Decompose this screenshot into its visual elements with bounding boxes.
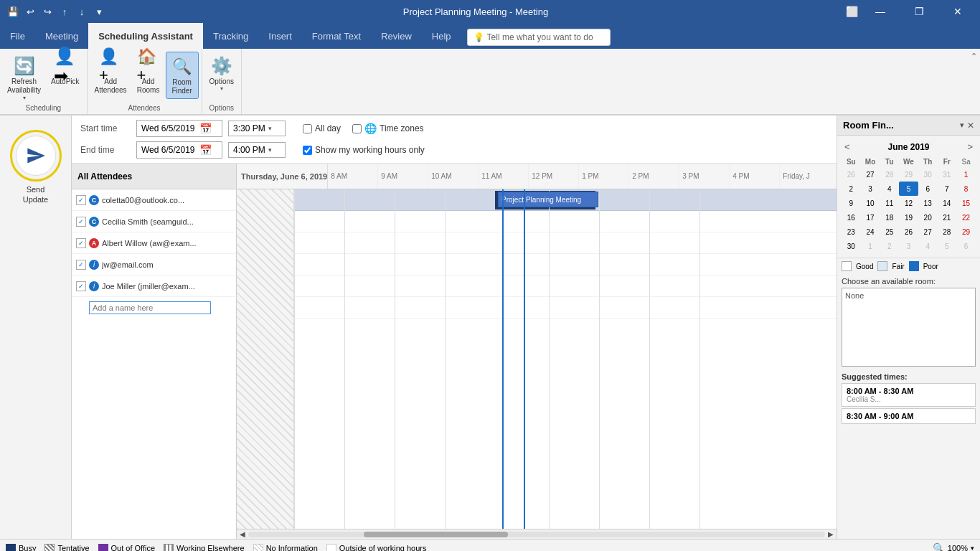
cal-day[interactable]: 29 xyxy=(899,167,918,182)
cal-day[interactable]: 31 xyxy=(938,167,957,182)
calendar-grid-area: All Attendees ✓ C coletta00@outlook.co..… xyxy=(72,164,837,539)
cal-day[interactable]: 13 xyxy=(918,196,938,210)
up-icon[interactable]: ↑ xyxy=(57,4,72,19)
tell-me-bar[interactable]: 💡 Tell me what you want to do xyxy=(467,29,611,46)
attendee-row-2[interactable]: ✓ A Albert Willow (aw@exam... xyxy=(72,232,236,254)
attendee-grid-row-3 xyxy=(237,276,837,297)
cal-day[interactable]: 27 xyxy=(861,167,880,182)
cal-day[interactable]: 16 xyxy=(842,210,861,225)
show-working-hours-checkbox[interactable] xyxy=(303,146,312,155)
redo-icon[interactable]: ↪ xyxy=(40,4,55,19)
cal-day[interactable]: 2 xyxy=(880,239,899,253)
end-date-input[interactable]: Wed 6/5/2019 📅 xyxy=(136,141,222,159)
availability-legend: Good Fair Poor xyxy=(837,258,980,274)
undo-icon[interactable]: ↩ xyxy=(23,4,37,19)
horizontal-scrollbar[interactable]: ◀ ▶ xyxy=(237,529,837,539)
tab-format-text[interactable]: Format Text xyxy=(302,23,371,49)
cal-day[interactable]: 4 xyxy=(918,239,938,253)
close-button[interactable]: ✕ xyxy=(941,0,974,23)
refresh-dropdown-icon: ▾ xyxy=(23,95,26,101)
cal-day[interactable]: 23 xyxy=(842,225,861,239)
autopick-button[interactable]: 👤➡ AutoPick xyxy=(47,52,83,88)
cal-day[interactable]: 9 xyxy=(842,196,861,210)
end-time-value: 4:00 PM xyxy=(233,145,265,155)
down-icon[interactable]: ↓ xyxy=(75,4,89,19)
cal-day[interactable]: 12 xyxy=(899,196,918,210)
cal-day[interactable]: 5 xyxy=(899,182,918,196)
cal-day[interactable]: 3 xyxy=(899,239,918,253)
cal-day[interactable]: 3 xyxy=(861,182,880,196)
cal-day[interactable]: 21 xyxy=(938,210,957,225)
prev-month-button[interactable]: < xyxy=(842,140,853,154)
attendee-name-4: Joe Miller (jmiller@exam... xyxy=(102,282,195,291)
room-list-box[interactable]: None xyxy=(842,288,976,367)
scroll-left-btn[interactable]: ◀ xyxy=(237,530,248,538)
room-finder-button[interactable]: 🔍 RoomFinder xyxy=(166,52,199,99)
cal-day[interactable]: 2 xyxy=(842,182,861,196)
ribbon-group-scheduling: 🔄 RefreshAvailability ▾ 👤➡ AutoPick Sche… xyxy=(0,49,88,114)
suggested-slot-0[interactable]: 8:00 AM - 8:30 AM Cecilia S... xyxy=(842,383,976,407)
all-day-checkbox[interactable] xyxy=(303,124,312,133)
cal-day[interactable]: 6 xyxy=(918,182,938,196)
add-rooms-button[interactable]: 🏠+ AddRooms xyxy=(133,52,164,98)
tab-meeting[interactable]: Meeting xyxy=(35,23,88,49)
cal-day[interactable]: 18 xyxy=(880,210,899,225)
attendee-row-3[interactable]: ✓ i jw@email.com xyxy=(72,254,236,276)
tab-review[interactable]: Review xyxy=(371,23,422,49)
cal-day[interactable]: 20 xyxy=(918,210,938,225)
cal-day[interactable]: 1 xyxy=(861,239,880,253)
cal-day[interactable]: 17 xyxy=(861,210,880,225)
cal-day[interactable]: 28 xyxy=(880,167,899,182)
minimize-button[interactable]: — xyxy=(864,0,897,23)
attendee-row-1[interactable]: ✓ C Cecilia Smith (seamguid... xyxy=(72,211,236,232)
cal-day[interactable]: 26 xyxy=(842,167,861,182)
restore-icon[interactable]: ⬜ xyxy=(845,5,858,18)
tab-tracking[interactable]: Tracking xyxy=(203,23,258,49)
slot-1-time: 8:30 AM - 9:00 AM xyxy=(847,412,971,420)
cal-day[interactable]: 10 xyxy=(861,196,880,210)
cal-day[interactable]: 30 xyxy=(842,239,861,253)
room-finder-dropdown-icon[interactable]: ▾ xyxy=(960,121,964,130)
suggested-slot-1[interactable]: 8:30 AM - 9:00 AM xyxy=(842,408,976,424)
cal-day[interactable]: 25 xyxy=(880,225,899,239)
refresh-availability-button[interactable]: 🔄 RefreshAvailability ▾ xyxy=(3,52,45,104)
tab-file[interactable]: File xyxy=(0,23,35,49)
start-time-select[interactable]: 3:30 PM ▾ xyxy=(228,121,286,136)
cal-day[interactable]: 30 xyxy=(918,167,938,182)
send-update-button[interactable]: SendUpdate xyxy=(7,127,65,208)
cal-day[interactable]: 5 xyxy=(938,239,957,253)
cal-day[interactable]: 19 xyxy=(899,210,918,225)
title-bar: 💾 ↩ ↪ ↑ ↓ ▾ Project Planning Meeting - M… xyxy=(0,0,980,23)
attendees-group-label: Attendees xyxy=(90,104,199,114)
cal-day[interactable]: 11 xyxy=(880,196,899,210)
room-finder-icon: 🔍 xyxy=(171,55,194,78)
add-attendees-button[interactable]: 👤+ AddAttendees xyxy=(90,52,131,98)
cal-day[interactable]: 24 xyxy=(861,225,880,239)
time-zones-checkbox[interactable] xyxy=(352,124,362,133)
attendee-row-0[interactable]: ✓ C coletta00@outlook.co... xyxy=(72,189,236,211)
cal-day[interactable]: 27 xyxy=(918,225,938,239)
add-attendee-input[interactable] xyxy=(89,301,211,314)
cal-day[interactable]: 4 xyxy=(880,182,899,196)
tab-scheduling-assistant[interactable]: Scheduling Assistant xyxy=(88,23,203,49)
scroll-right-btn[interactable]: ▶ xyxy=(825,530,837,538)
attendee-row-4[interactable]: ✓ i Joe Miller (jmiller@exam... xyxy=(72,276,236,297)
more-icon[interactable]: ▾ xyxy=(92,4,106,19)
scroll-thumb[interactable] xyxy=(364,532,508,537)
maximize-button[interactable]: ❐ xyxy=(903,0,936,23)
none-option[interactable]: None xyxy=(845,291,864,300)
search-icon[interactable]: 🔍 xyxy=(933,542,945,552)
cal-day[interactable]: 26 xyxy=(899,225,918,239)
check-icon-3: ✓ xyxy=(76,260,86,270)
save-icon[interactable]: 💾 xyxy=(6,4,20,19)
right-scrollbar[interactable] xyxy=(971,116,980,539)
tab-help[interactable]: Help xyxy=(422,23,461,49)
start-date-input[interactable]: Wed 6/5/2019 📅 xyxy=(136,120,222,137)
cal-day[interactable]: 14 xyxy=(938,196,957,210)
cal-day[interactable]: 7 xyxy=(938,182,957,196)
cal-day[interactable]: 28 xyxy=(938,225,957,239)
tab-insert[interactable]: Insert xyxy=(258,23,302,49)
end-time-select[interactable]: 4:00 PM ▾ xyxy=(228,142,286,158)
options-button[interactable]: ⚙️ Options ▾ xyxy=(205,52,238,95)
scroll-track[interactable] xyxy=(248,532,825,537)
